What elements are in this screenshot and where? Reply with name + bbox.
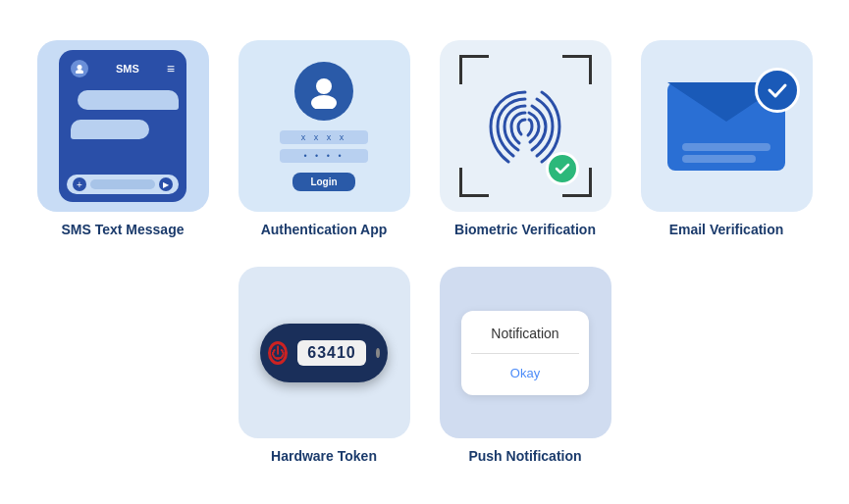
auth-app-label: Authentication App <box>261 222 388 237</box>
svg-point-0 <box>78 65 82 70</box>
svg-point-1 <box>76 70 83 74</box>
sms-header: SMS ≡ <box>67 58 179 79</box>
main-container: SMS ≡ + ▶ SMS Text Message <box>32 40 818 464</box>
sms-label: SMS Text Message <box>61 222 184 237</box>
sms-footer: + ▶ <box>67 175 179 194</box>
email-card <box>641 40 813 212</box>
auth-app-card: x x x x • • • • Login <box>239 40 410 212</box>
biometric-card <box>440 40 611 212</box>
sms-avatar-icon <box>71 60 88 77</box>
biometric-inner <box>476 77 574 176</box>
email-line-1 <box>682 143 770 151</box>
sms-send-icon: ▶ <box>159 177 173 191</box>
sms-bubble-1 <box>78 90 179 110</box>
auth-login-button[interactable]: Login <box>292 173 354 191</box>
sms-menu-icon: ≡ <box>167 61 175 76</box>
token-code: 63410 <box>297 340 366 366</box>
email-inner <box>667 82 785 171</box>
row-1: SMS ≡ + ▶ SMS Text Message <box>32 40 818 237</box>
hardware-token-item: ⏻ 63410 Hardware Token <box>234 267 415 464</box>
hardware-token-label: Hardware Token <box>271 448 377 464</box>
email-label: Email Verification <box>669 222 784 237</box>
token-dot-icon <box>376 348 380 358</box>
email-check-badge <box>755 68 800 113</box>
email-line-2 <box>682 155 756 163</box>
email-item: Email Verification <box>636 40 818 237</box>
auth-app-item: x x x x • • • • Login Authentication App <box>234 40 415 237</box>
sms-phone: SMS ≡ + ▶ <box>59 50 186 202</box>
token-power-icon: ⏻ <box>268 341 288 365</box>
auth-field-1: x x x x <box>280 130 368 144</box>
sms-title: SMS <box>116 63 139 75</box>
auth-inner: x x x x • • • • Login <box>280 62 368 191</box>
sms-item: SMS ≡ + ▶ SMS Text Message <box>32 40 214 237</box>
push-notification-inner: Notification Okay <box>461 311 589 395</box>
svg-point-3 <box>311 95 337 109</box>
auth-fields: x x x x • • • • <box>280 130 368 163</box>
biometric-item: Biometric Verification <box>435 40 616 237</box>
push-notification-item: Notification Okay Push Notification <box>435 267 616 464</box>
push-notification-title: Notification <box>491 326 558 341</box>
hardware-token-body: ⏻ 63410 <box>260 324 388 382</box>
sms-plus-icon: + <box>73 177 86 191</box>
push-okay-button[interactable]: Okay <box>510 366 540 380</box>
push-divider <box>471 353 579 354</box>
sms-card: SMS ≡ + ▶ <box>37 40 209 212</box>
svg-point-2 <box>316 78 332 94</box>
sms-input-bar <box>90 179 155 189</box>
auth-field-2: • • • • <box>280 149 368 163</box>
biometric-check-icon <box>546 152 579 185</box>
row-2: ⏻ 63410 Hardware Token Notification Okay… <box>234 267 616 464</box>
push-notification-label: Push Notification <box>468 448 581 464</box>
biometric-label: Biometric Verification <box>454 222 596 237</box>
sms-bubble-2 <box>71 120 149 139</box>
auth-avatar-icon <box>294 62 353 121</box>
hardware-token-card: ⏻ 63410 <box>239 267 410 438</box>
push-notification-card: Notification Okay <box>440 267 611 438</box>
